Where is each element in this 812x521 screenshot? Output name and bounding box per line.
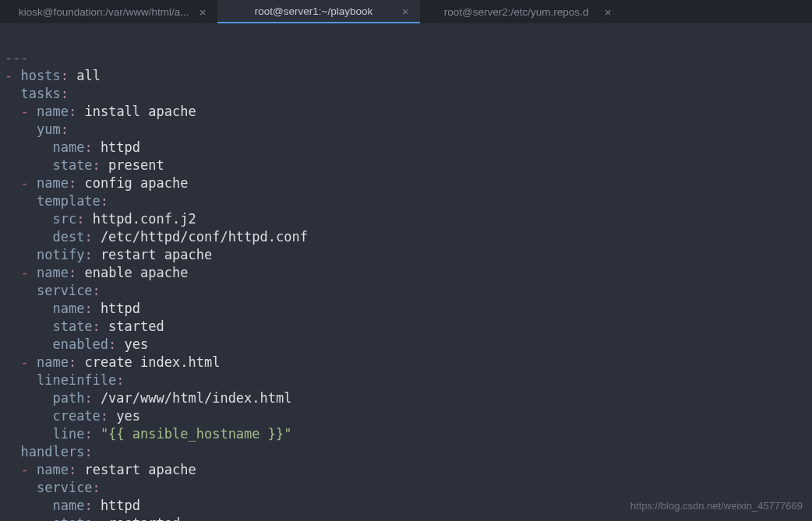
tab-label: root@server1:~/playbook	[255, 2, 372, 20]
tab-server2-yumrepos[interactable]: root@server2:/etc/yum.repos.d ×	[420, 0, 623, 23]
close-icon[interactable]: ×	[402, 5, 409, 17]
code-editor[interactable]: --- - hosts: all tasks: - name: install …	[0, 23, 812, 521]
close-icon[interactable]: ×	[605, 6, 612, 18]
tab-bar: kiosk@foundation:/var/www/html/a... × ro…	[0, 0, 812, 23]
tab-label: kiosk@foundation:/var/www/html/a...	[19, 3, 189, 21]
watermark: https://blog.csdn.net/weixin_45777669	[630, 497, 803, 515]
doc-start: ---	[5, 50, 29, 65]
tab-server1-playbook[interactable]: root@server1:~/playbook ×	[217, 0, 420, 23]
tab-foundation[interactable]: kiosk@foundation:/var/www/html/a... ×	[0, 0, 217, 23]
tab-label: root@server2:/etc/yum.repos.d	[444, 3, 589, 21]
close-icon[interactable]: ×	[199, 6, 207, 18]
